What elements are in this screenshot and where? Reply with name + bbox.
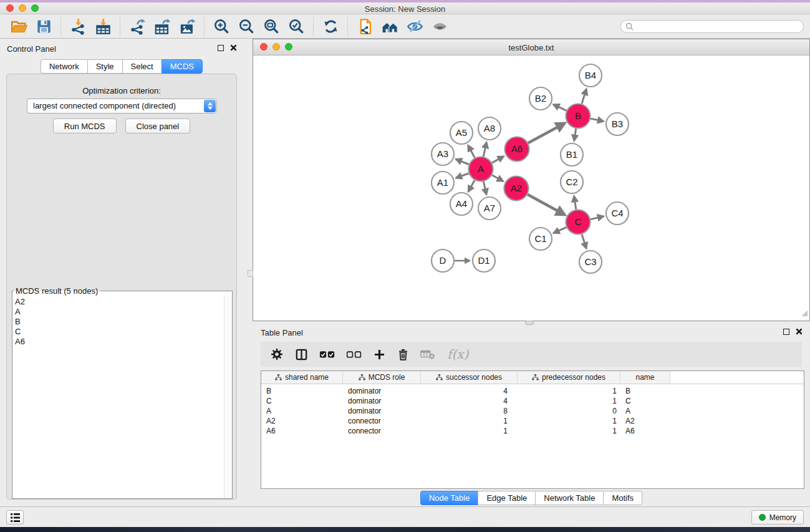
- tab-network[interactable]: Network: [41, 59, 87, 74]
- import-table-icon[interactable]: [90, 16, 115, 37]
- graph-node-D1[interactable]: D1: [473, 249, 495, 272]
- refresh-view-icon[interactable]: [318, 16, 343, 37]
- graph-node-B1[interactable]: B1: [561, 143, 583, 166]
- graph-node-C3[interactable]: C3: [579, 251, 602, 273]
- graph-node-D[interactable]: D: [432, 249, 454, 272]
- toolbar-separator: [347, 17, 348, 37]
- show-all-icon[interactable]: [427, 16, 452, 37]
- memory-status-dot-icon: [759, 514, 766, 521]
- graph-node-B3[interactable]: B3: [606, 113, 629, 135]
- column-header-mcds-role[interactable]: MCDS role: [343, 371, 421, 384]
- mcds-result-scrollbar[interactable]: [224, 296, 232, 498]
- mcds-result-item[interactable]: A: [15, 307, 224, 317]
- graph-node-A1[interactable]: A1: [432, 172, 454, 194]
- float-panel-icon[interactable]: [218, 45, 224, 51]
- memory-status-button[interactable]: Memory: [751, 510, 804, 525]
- zoom-in-icon[interactable]: [209, 16, 234, 37]
- hide-selected-icon[interactable]: [402, 16, 427, 37]
- mcds-result-item[interactable]: A6: [15, 337, 224, 347]
- graph-node-A8[interactable]: A8: [478, 117, 501, 140]
- window-resize-grip-icon[interactable]: [800, 308, 808, 319]
- run-mcds-button[interactable]: Run MCDS: [53, 118, 117, 133]
- column-header-name[interactable]: name: [620, 371, 670, 384]
- graph-node-B[interactable]: B: [566, 104, 591, 128]
- graph-edge-B-B3: [591, 118, 603, 121]
- graph-node-A4[interactable]: A4: [450, 193, 473, 215]
- table-settings-gear-icon[interactable]: [270, 347, 284, 361]
- graph-node-A5[interactable]: A5: [450, 122, 473, 144]
- status-bar: Memory: [0, 506, 810, 527]
- vertical-splitter-grip[interactable]: [248, 270, 253, 277]
- graph-edge-B-B4: [582, 89, 586, 104]
- new-network-from-selection-icon[interactable]: [352, 16, 377, 37]
- delete-column-trash-icon[interactable]: [397, 348, 410, 361]
- tab-edge-table[interactable]: Edge Table: [478, 491, 535, 505]
- save-session-icon[interactable]: [31, 16, 56, 37]
- tab-mcds[interactable]: MCDS: [162, 59, 203, 74]
- graph-node-A[interactable]: A: [469, 157, 493, 181]
- export-image-icon[interactable]: [175, 16, 200, 37]
- close-panel-icon[interactable]: [230, 44, 237, 51]
- mcds-result-item[interactable]: C: [15, 327, 224, 337]
- table-cell: A6: [620, 427, 670, 435]
- export-table-icon[interactable]: [150, 16, 175, 37]
- column-header-successor-nodes[interactable]: successor nodes: [421, 371, 518, 384]
- graph-node-A6[interactable]: A6: [505, 137, 529, 162]
- graph-node-C[interactable]: C: [566, 210, 591, 235]
- import-network-icon[interactable]: [65, 16, 90, 37]
- table-row[interactable]: Bdominator41B: [261, 386, 804, 396]
- table-row[interactable]: Adominator80A: [261, 406, 804, 416]
- tab-node-table[interactable]: Node Table: [420, 491, 478, 505]
- close-table-panel-icon[interactable]: [796, 328, 803, 335]
- svg-text:A4: A4: [456, 198, 467, 209]
- float-table-panel-icon[interactable]: [783, 329, 789, 335]
- tab-network-table[interactable]: Network Table: [535, 491, 603, 505]
- graph-node-A7[interactable]: A7: [478, 197, 501, 220]
- toolbar-separator: [60, 17, 61, 37]
- graph-edge-A2-C: [528, 195, 565, 215]
- show-column-panel-icon[interactable]: [294, 347, 309, 362]
- graph-node-A3[interactable]: A3: [432, 143, 454, 165]
- home-icon[interactable]: [377, 16, 402, 37]
- table-cell: 1: [518, 387, 620, 395]
- application-window: Session: New Session: [0, 0, 810, 532]
- graph-node-C2[interactable]: C2: [561, 171, 583, 193]
- graph-node-B2[interactable]: B2: [529, 87, 552, 110]
- optimization-criterion-select[interactable]: largest connected component (directed): [27, 99, 217, 114]
- close-panel-button[interactable]: Close panel: [125, 118, 191, 133]
- search-field[interactable]: [620, 20, 804, 33]
- graph-node-C4[interactable]: C4: [606, 202, 629, 225]
- select-stepper-icon: [204, 100, 216, 112]
- horizontal-splitter-grip[interactable]: [525, 321, 534, 325]
- mcds-result-title: MCDS result (5 nodes): [14, 286, 100, 296]
- zoom-selected-icon[interactable]: [284, 16, 309, 37]
- export-network-icon[interactable]: [125, 16, 150, 37]
- mcds-result-item[interactable]: B: [15, 317, 224, 327]
- tab-style[interactable]: Style: [87, 59, 122, 74]
- graph-node-B4[interactable]: B4: [579, 64, 602, 87]
- unselect-all-columns-icon[interactable]: [346, 350, 362, 359]
- column-header-shared-name[interactable]: shared name: [261, 371, 343, 384]
- tab-select[interactable]: Select: [122, 59, 162, 74]
- tab-motifs[interactable]: Motifs: [603, 491, 642, 505]
- mcds-result-item[interactable]: A2: [15, 297, 224, 307]
- table-row[interactable]: A2connector11A2: [261, 416, 804, 426]
- task-history-list-icon[interactable]: [6, 510, 24, 525]
- column-header-predecessor-nodes[interactable]: predecessor nodes: [518, 371, 620, 384]
- zoom-fit-icon[interactable]: [259, 16, 284, 37]
- table-cell: A2: [261, 417, 343, 425]
- open-session-icon[interactable]: [6, 16, 31, 37]
- network-canvas[interactable]: B4B2BB3A8A5A6A3B1AC2A1A2A4A7C4CC1DD1C3: [253, 56, 809, 321]
- create-column-plus-icon[interactable]: [373, 348, 386, 361]
- svg-text:C2: C2: [566, 177, 577, 187]
- graph-node-C1[interactable]: C1: [529, 228, 552, 250]
- zoom-out-icon[interactable]: [234, 16, 259, 37]
- graph-node-A2[interactable]: A2: [504, 177, 529, 201]
- select-all-columns-icon[interactable]: [319, 350, 335, 359]
- table-row[interactable]: A6connector11A6: [261, 426, 804, 436]
- mcds-result-list: A2ABCA6: [12, 296, 224, 498]
- table-cell: connector: [343, 417, 421, 425]
- search-input[interactable]: [634, 22, 799, 31]
- memory-label: Memory: [769, 513, 796, 522]
- table-row[interactable]: Cdominator41C: [261, 396, 804, 406]
